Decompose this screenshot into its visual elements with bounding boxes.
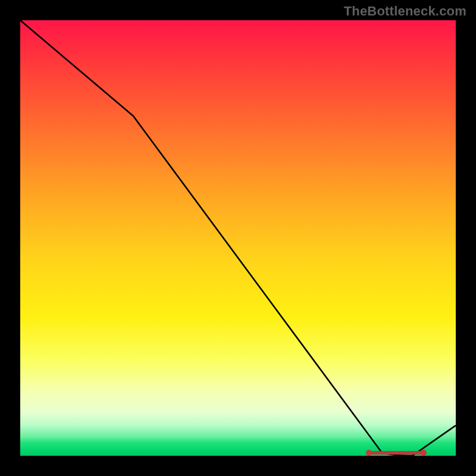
chart-line [20, 20, 456, 456]
chart-frame: TheBottleneck.com [0, 0, 476, 476]
chart-series-line [20, 20, 456, 456]
watermark-label: TheBottleneck.com [344, 4, 466, 19]
svg-point-0 [366, 450, 372, 456]
chart-low-markers [366, 450, 427, 456]
chart-plot-area [20, 20, 456, 456]
svg-point-1 [421, 450, 427, 456]
